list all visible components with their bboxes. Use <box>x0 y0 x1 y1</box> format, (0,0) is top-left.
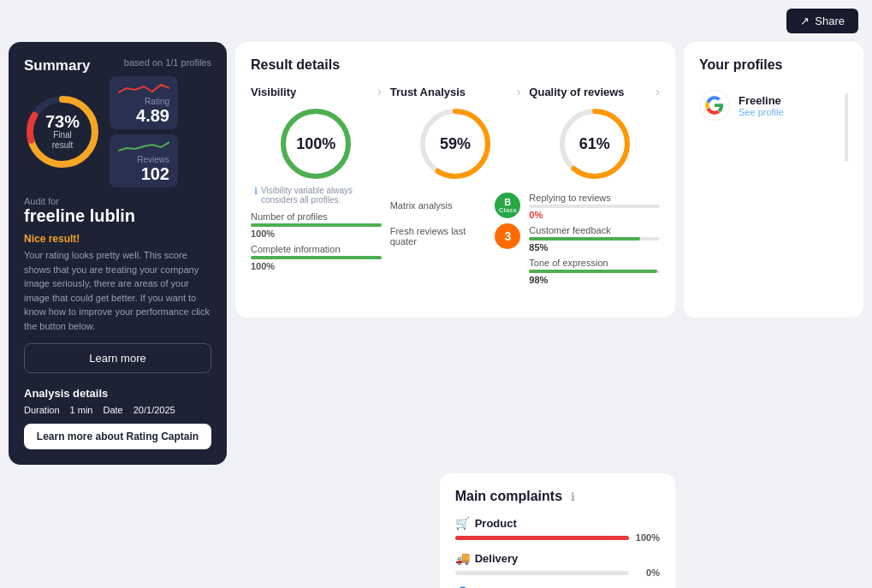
product-label: Product <box>475 517 517 530</box>
replying-value: 0% <box>529 210 660 220</box>
final-label: Final result <box>44 130 82 151</box>
info-label: Complete information <box>251 244 382 254</box>
trust-bottom: Matrix analysis B Class Fresh reviews la… <box>390 193 521 254</box>
info-icon: ℹ <box>254 186 258 197</box>
bottom-center: Main complaints ℹ 🛒 Product 100% 🚚 Deliv… <box>257 473 675 588</box>
complaints-title: Main complaints <box>455 489 562 504</box>
rating-sparkline <box>118 80 169 97</box>
matrix-label: Matrix analysis <box>390 200 489 211</box>
delivery-label-row: 🚚 Delivery <box>455 551 660 565</box>
fresh-label: Fresh reviews last quater <box>390 226 489 246</box>
profiles-card: Your profiles Freeline See profile <box>684 42 863 318</box>
summary-title: Summary <box>24 57 90 74</box>
replying-label: Replying to reviews <box>529 193 660 203</box>
final-score-donut: 73% Final result <box>24 93 101 170</box>
duration-value: 1 min <box>70 405 93 415</box>
reviews-sparkline <box>118 138 169 155</box>
feedback-value: 85% <box>529 242 660 252</box>
metrics-row: Visibility › 100% ℹ Visibility variable … <box>251 85 660 290</box>
duration-label: Duration <box>24 405 60 415</box>
trust-metric: Trust Analysis › 59% Matrix analysis B <box>390 85 521 290</box>
analysis-title: Analysis details <box>24 387 211 400</box>
profiles-value: 100% <box>251 229 382 239</box>
complaint-delivery: 🚚 Delivery 0% <box>455 551 660 578</box>
trust-chevron-icon[interactable]: › <box>517 85 521 98</box>
tone-metric: Tone of expression 98% <box>529 258 660 285</box>
visibility-value: 100% <box>296 135 335 153</box>
result-details-title: Result details <box>251 57 660 73</box>
quality-value: 61% <box>579 135 610 153</box>
visibility-chevron-icon[interactable]: › <box>377 85 382 98</box>
fresh-count-badge: 3 <box>495 223 520 249</box>
trust-value: 59% <box>440 135 471 153</box>
google-icon <box>699 90 730 121</box>
analysis-meta: Duration 1 min Date 20/1/2025 <box>24 405 211 415</box>
trust-label: Trust Analysis <box>390 86 466 98</box>
quality-chevron-icon[interactable]: › <box>655 85 660 98</box>
rating-value: 4.89 <box>118 106 169 126</box>
replying-metric: Replying to reviews 0% <box>529 193 660 220</box>
profiles-scrollbar[interactable] <box>845 93 848 162</box>
profiles-label: Number of profiles <box>251 211 382 222</box>
product-icon: 🛒 <box>455 516 470 530</box>
quality-gauge: 61% <box>556 105 633 182</box>
trust-gauge: 59% <box>417 105 494 182</box>
matrix-sub: Class <box>499 207 517 214</box>
tone-label: Tone of expression <box>529 258 660 268</box>
visibility-note: ℹ Visibility variable always considers a… <box>251 186 382 205</box>
profiles-metric: Number of profiles 100% <box>251 211 382 239</box>
quality-metric: Quality of reviews › 61% Replying to rev… <box>529 85 660 290</box>
company-name: freeline lublin <box>24 206 211 226</box>
complaints-info-button[interactable]: ℹ <box>571 490 575 503</box>
quality-metrics: Replying to reviews 0% Customer feedback… <box>529 193 660 290</box>
matrix-row: Matrix analysis B Class <box>390 193 521 218</box>
second-row: Main complaints ℹ 🛒 Product 100% 🚚 Deliv… <box>0 473 872 588</box>
result-description: Your rating looks pretty well. This scor… <box>24 248 211 333</box>
share-button[interactable]: ↗ Share <box>786 9 858 33</box>
rating-reviews: Rating 4.89 Reviews 102 <box>110 76 178 187</box>
share-label: Share <box>815 15 845 27</box>
fresh-row: Fresh reviews last quater 3 <box>390 223 521 249</box>
result-title: Nice result! <box>24 233 211 245</box>
date-value: 20/1/2025 <box>133 405 175 415</box>
donut-center: 73% Final result <box>44 113 82 151</box>
reviews-value: 102 <box>118 164 169 184</box>
top-bar: ↗ Share <box>0 0 872 42</box>
delivery-bar-row: 0% <box>455 567 660 578</box>
see-profile-link[interactable]: See profile <box>739 107 784 117</box>
visibility-label: Visibility <box>251 86 296 98</box>
b-class-badge: B Class <box>495 193 520 218</box>
score-row: 73% Final result Rating 4.89 <box>24 76 211 187</box>
share-icon: ↗ <box>800 15 810 27</box>
quality-header: Quality of reviews › <box>529 85 660 98</box>
product-label-row: 🛒 Product <box>455 516 660 530</box>
visibility-note-text: Visibility variable always considers all… <box>261 186 378 205</box>
tone-value: 98% <box>529 275 660 285</box>
learn-captain-button[interactable]: Learn more about Rating Captain <box>24 424 211 449</box>
feedback-metric: Customer feedback 85% <box>529 225 660 252</box>
delivery-value: 0% <box>634 567 660 578</box>
final-pct: 73% <box>44 113 82 130</box>
main-grid: Summary based on 1/1 profiles 73% Final … <box>0 42 872 473</box>
based-on-label: based on 1/1 profiles <box>124 57 211 68</box>
trust-header: Trust Analysis › <box>390 85 521 98</box>
learn-more-button[interactable]: Learn more <box>24 343 211 373</box>
profile-name: Freeline <box>739 94 784 107</box>
product-value: 100% <box>634 532 660 543</box>
matrix-class: B <box>504 198 511 207</box>
product-bar-row: 100% <box>455 532 660 543</box>
delivery-icon: 🚚 <box>455 551 470 565</box>
profiles-title: Your profiles <box>699 57 848 73</box>
complaint-product: 🛒 Product 100% <box>455 516 660 543</box>
audit-for: Audit for <box>24 196 211 206</box>
result-details-card: Result details Visibility › 100% ℹ V <box>235 42 675 318</box>
info-value: 100% <box>251 261 382 271</box>
delivery-label: Delivery <box>475 552 519 565</box>
reviews-block: Reviews 102 <box>110 134 178 187</box>
complaints-card: Main complaints ℹ 🛒 Product 100% 🚚 Deliv… <box>440 473 675 588</box>
complaints-header: Main complaints ℹ <box>455 489 660 504</box>
rating-label: Rating <box>118 97 169 106</box>
quality-label: Quality of reviews <box>529 86 624 98</box>
reviews-label: Reviews <box>118 155 169 164</box>
visibility-metric: Visibility › 100% ℹ Visibility variable … <box>251 85 382 290</box>
